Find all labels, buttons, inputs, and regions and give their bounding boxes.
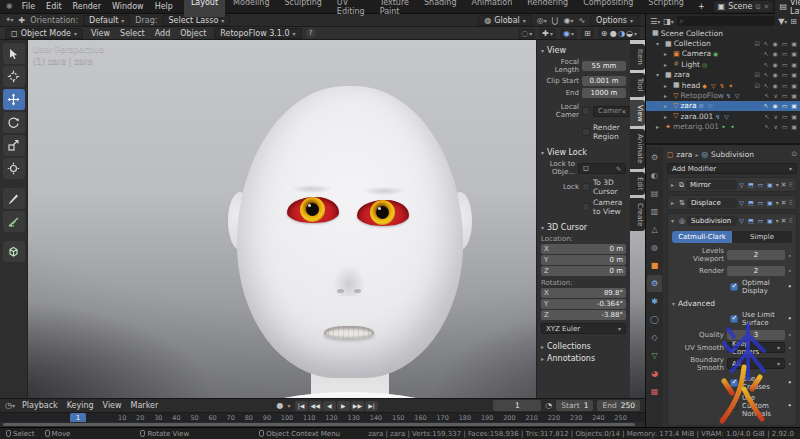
constraints-tab-icon[interactable]: ◇ (647, 329, 662, 346)
extras-dropdown-icon[interactable]: ▾ (776, 217, 779, 224)
transport-button[interactable]: ◀ (323, 401, 336, 411)
tool-cursor[interactable] (3, 66, 25, 87)
collapse-icon[interactable]: ▾ (671, 217, 677, 224)
extras-dropdown-icon[interactable]: ▾ (776, 181, 779, 188)
drag-handle-icon[interactable]: ⠿ (789, 181, 793, 188)
clip-start-field[interactable]: 0.001 m (582, 76, 626, 86)
row-visibility-toggles[interactable]: ↖ ◉ ▭ ▣ (764, 50, 798, 57)
viewport-menu[interactable]: View (87, 29, 114, 38)
topbar-menu[interactable]: File (17, 2, 40, 11)
viewport-menu[interactable]: Object (176, 29, 210, 38)
viewport-menu[interactable]: Select (116, 29, 149, 38)
workspace-tab[interactable]: Texture Paint (373, 0, 416, 17)
timeline-menu[interactable]: Playback (19, 401, 61, 410)
workspace-tab[interactable]: Modeling (226, 0, 276, 17)
workspace-tab[interactable]: Scripting (641, 0, 691, 17)
outliner-row-retopoflow[interactable]: ▸ ▽ RetopoFlow ↯ ▽ ↖ ∨ ▭ ▣ (646, 90, 800, 100)
cursor-location-field[interactable]: Y0 m (541, 255, 626, 265)
cursor-rotation-field[interactable]: Z-3.88° (541, 310, 626, 320)
tool-move[interactable] (3, 89, 25, 110)
physics-tab-icon[interactable]: ◯ (647, 311, 662, 328)
outliner-search[interactable]: ⌕ (677, 16, 775, 26)
tab-create[interactable]: Create (630, 198, 645, 231)
transport-button[interactable]: ◀◀ (309, 401, 322, 411)
topbar-menu[interactable]: Window (107, 2, 149, 11)
outliner-row-collection[interactable]: ▾ ▦ Collection ☑ ↖ ◉ ▭ ▣ (646, 38, 800, 48)
world-tab-icon[interactable]: ◍ (647, 239, 662, 256)
tab-view[interactable]: View (630, 100, 645, 127)
timeline-ruler[interactable]: 1 10203040506070809010011012013014015016… (0, 412, 645, 422)
row-visibility-toggles[interactable]: ↖ ∨ ▭ ▣ (765, 113, 798, 120)
row-visibility-toggles[interactable]: ↖ ∨ ▭ ▣ (765, 92, 798, 99)
lock-3d-cursor-checkbox[interactable] (582, 183, 590, 191)
object-data-tab-icon[interactable]: ▽ (647, 347, 662, 364)
particles-tab-icon[interactable]: ✱ (647, 293, 662, 310)
uv-smooth-dropdown[interactable]: Keep Corners▾ (727, 342, 785, 353)
auto-keying-button[interactable]: ● (277, 401, 284, 410)
workspace-tab[interactable]: Sculpting (277, 0, 328, 17)
focal-length-field[interactable]: 55 mm (582, 61, 626, 71)
mode-dropdown[interactable]: ◻Object Mode▾ (5, 28, 83, 39)
timeline-menu[interactable]: View (100, 401, 125, 410)
xray-toggle[interactable]: ⊞ (581, 28, 594, 39)
cursor-location-field[interactable]: X0 m (541, 244, 626, 254)
camera-to-view-checkbox[interactable] (582, 203, 590, 211)
tool-tab-icon[interactable]: ⚙ (647, 149, 662, 166)
expand-icon[interactable]: ▸ (671, 199, 677, 206)
modifier-display-toggles[interactable]: ▽ ⬒ ▭ ▣ (739, 181, 773, 188)
outliner-filter-icon[interactable]: ◨▾ (663, 17, 674, 26)
expand-icon[interactable]: ▸ (671, 181, 677, 188)
gizmos-dropdown[interactable]: ✚▾ (539, 28, 556, 39)
render-tab-icon[interactable]: ◐ (647, 167, 662, 184)
transport-button[interactable]: ▶ (337, 401, 350, 411)
extras-dropdown-icon[interactable]: ▾ (776, 199, 779, 206)
row-visibility-toggles[interactable]: ☑ ↖ ◉ ▭ ▣ (754, 40, 798, 47)
timeline-menu[interactable]: Marker (128, 401, 162, 410)
transport-button[interactable]: |◀ (295, 401, 308, 411)
euler-order-dropdown[interactable]: XYZ Euler▾ (541, 323, 626, 334)
tool-select-box[interactable] (3, 43, 25, 64)
delete-modifier-icon[interactable]: ✕ (781, 217, 787, 225)
shading-mode-buttons[interactable]: ⊕ ● ◑ ◒▾ (598, 28, 640, 39)
cursor-panel-header[interactable]: ▾3D Cursor (541, 223, 626, 232)
row-visibility-toggles[interactable]: ☑ ↖ ◉ ▭ ▣ (754, 71, 798, 78)
preview-range-icon[interactable]: ◔ (545, 401, 552, 410)
row-visibility-toggles[interactable]: ↖ ◉ ▭ ▣ (764, 102, 798, 109)
timeline-menu[interactable]: Keying (64, 401, 97, 410)
retopoflow-menu[interactable]: RetopoFlow 3.1.0▾ (214, 28, 301, 39)
editor-type-icon[interactable]: ◷▾ (5, 401, 15, 410)
add-workspace-button[interactable]: + (693, 2, 710, 11)
tool-rotate[interactable] (3, 112, 25, 133)
scene-selector[interactable]: ▣ Scene ⧉ ✕ (714, 1, 774, 12)
row-visibility-toggles[interactable]: ☑ ↖ ◉ ▭ ▣ (754, 82, 798, 89)
annotations-panel-header[interactable]: ▸Annotations (541, 354, 626, 363)
tool-add-cube[interactable] (3, 241, 25, 262)
outliner-row-scene-collection[interactable]: ▦ Scene Collection (646, 28, 800, 38)
workspace-tab[interactable]: Rendering (520, 0, 575, 17)
modifier-display-toggles[interactable]: ▽ ⬒ ▭ ▣ (739, 199, 773, 206)
current-frame-field[interactable]: 1 (493, 400, 541, 411)
view-layer-tab-icon[interactable]: ▥ (647, 203, 662, 220)
drag-handle-icon[interactable]: ⠿ (789, 199, 793, 206)
topbar-menu[interactable]: Render (68, 2, 106, 11)
clip-end-field[interactable]: 1000 m (582, 88, 626, 98)
use-limit-surface-checkbox[interactable] (730, 315, 738, 323)
quality-field[interactable]: 3 (727, 330, 785, 340)
texture-tab-icon[interactable]: ▦ (647, 383, 662, 400)
snap-magnet-icon[interactable]: ⋃ (552, 16, 559, 25)
tab-item[interactable]: Item (630, 44, 645, 70)
blender-logo-icon[interactable]: ❋ (4, 2, 15, 11)
frame-end-field[interactable]: End250 (597, 400, 640, 411)
view-layer-selector[interactable]: ▤ View Layer ⧉ ✕ (775, 0, 800, 17)
outliner-row-zara-selected[interactable]: ▸ ▽ zara ⚙ ▽ ↖ ◉ ▭ ▣ (646, 101, 800, 111)
lock-object-field[interactable]: ◻✎ (578, 163, 626, 174)
optimal-display-checkbox[interactable] (730, 283, 738, 291)
drag-handle-icon[interactable]: ⠿ (789, 217, 793, 224)
tab-edit[interactable]: Edit (630, 172, 645, 196)
render-levels-field[interactable]: 2 (727, 266, 785, 276)
tab-animate[interactable]: Animate (630, 129, 645, 168)
add-modifier-dropdown[interactable]: Add Modifier▾ (667, 163, 797, 174)
workspace-tab[interactable]: UV Editing (330, 0, 372, 17)
outliner-row-camera[interactable]: ▸ ▣ Camera ◉ ↖ ◉ ▭ ▣ (646, 49, 800, 59)
3d-viewport[interactable]: User Perspective (1) zara | zara ▾View F… (0, 40, 645, 398)
